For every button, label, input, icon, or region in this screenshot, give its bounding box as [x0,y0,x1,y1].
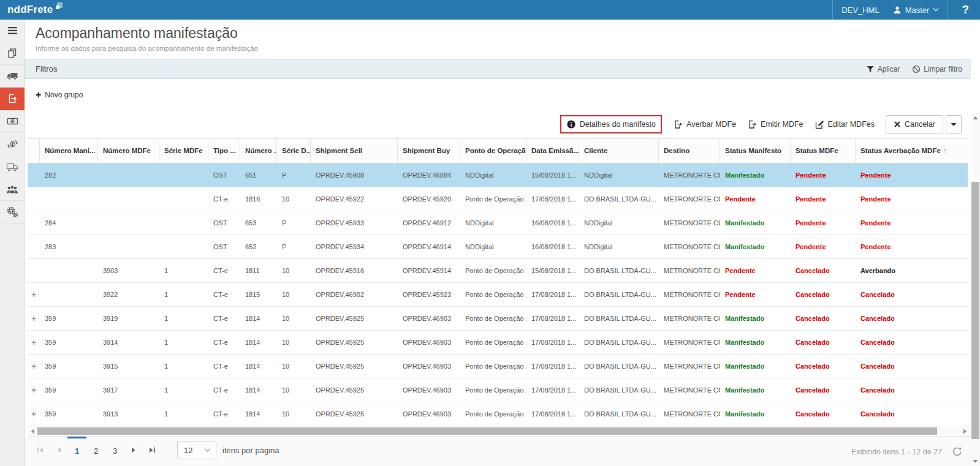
table-cell: Manifestado [720,402,791,426]
emitir-mdfe-button[interactable]: Emitir MDFe [747,119,803,129]
scroll-right-arrow[interactable] [960,426,970,436]
sort-ascending-icon: ↑ [943,139,947,163]
sidebar-item-documents[interactable] [0,42,25,65]
column-header[interactable]: Ponto de Operação [460,139,526,163]
table-row[interactable]: +35939171CT-e181410OPRDEV.45925OPRDEV.46… [28,378,968,402]
column-header[interactable]: Destino [659,139,720,163]
scroll-left-arrow[interactable] [28,426,37,436]
table-row[interactable]: +35939191CT-e181410OPRDEV.45925OPRDEV.46… [28,307,968,331]
table-cell: NDDigital [460,211,526,235]
sidebar-item-payments[interactable] [0,110,25,133]
page-number-1[interactable]: 1 [67,437,86,464]
table-row[interactable]: 282OST651POPRDEV.45908OPRDEV.46884NDDigi… [28,163,968,187]
table-row[interactable]: 284OST653POPRDEV.45933OPRDEV.46912NDDigi… [28,211,968,235]
vertical-scroll-thumb[interactable] [971,182,979,439]
cancelar-button[interactable]: Cancelar [886,115,943,133]
column-header[interactable]: Status Averbação MDFe↑ [856,139,968,163]
expand-row-button[interactable]: + [28,402,40,426]
horizontal-scrollbar[interactable] [28,426,971,437]
table-cell: 17/08/2018 1... [526,307,579,330]
expand-row-button[interactable]: + [28,307,40,330]
last-page-icon [149,447,156,453]
expand-row-button[interactable]: + [28,355,40,378]
apply-filter-button[interactable]: Aplicar [866,65,900,73]
table-row[interactable]: +39221CT-e181510OPRDEV.46902OPRDEV.45923… [28,283,968,307]
table-cell: 15/08/2018 1... [526,259,579,282]
grid-header: Número Mani...Número MDFeSérie MDFeTipo … [28,139,968,163]
sidebar-item-delivery[interactable] [0,156,25,178]
sidebar-item-manifestacao[interactable] [0,88,25,110]
clear-filter-button[interactable]: Limpar filtro [912,65,962,73]
column-header[interactable]: Número ... [240,139,277,163]
table-cell: Manifestado [720,331,791,354]
cancelar-dropdown-button[interactable] [946,115,962,133]
expand-row-button[interactable]: + [28,378,40,402]
table-row[interactable]: +35939151CT-e181410OPRDEV.45925OPRDEV.46… [28,355,968,378]
editar-mdfes-label: Editar MDFes [828,120,875,129]
scroll-up-arrow[interactable] [971,113,980,122]
table-cell: 10 [277,331,311,354]
table-cell: 17/08/2018 1... [526,355,579,378]
column-header-label: Status Averbação MDFe [860,139,941,163]
settings-icon [6,206,18,218]
sidebar-toggle-menu[interactable] [0,20,25,42]
table-cell: 17/08/2018 1... [526,283,579,306]
details-manifest-button[interactable]: Detalhes do manifesto [566,119,656,129]
table-row[interactable]: +35939131CT-e181410OPRDEV.45925OPRDEV.46… [28,402,968,426]
column-header[interactable]: Série D... [277,139,311,163]
copy-documents-icon [7,48,18,59]
scroll-down-arrow[interactable] [971,457,980,466]
emitir-mdfe-label: Emitir MDFe [761,120,803,129]
sidebar-item-users[interactable] [0,178,25,201]
refresh-button[interactable] [952,446,962,457]
column-header[interactable]: Status Manifesto [720,139,791,163]
table-cell: Ponto de Operação ... [460,331,526,354]
table-cell: OPRDEV.45914 [398,259,460,282]
sidebar-item-settings[interactable] [0,201,25,224]
column-header[interactable]: Número MDFe [98,139,159,163]
table-row[interactable]: 283OST652POPRDEV.45934OPRDEV.46914NDDigi… [28,235,968,259]
table-cell: Cancelado [856,307,968,330]
column-header[interactable]: Série MDFe [159,139,208,163]
column-header[interactable]: Número Mani... [40,139,98,163]
main-content: Acompanhamento manifestação Informe os d… [25,20,971,466]
column-header[interactable]: Cliente [579,139,659,163]
expand-row-button[interactable]: + [28,331,40,354]
next-page-button[interactable] [124,437,143,464]
user-menu[interactable]: Master [893,6,940,15]
help-button[interactable]: ? [957,3,974,17]
column-header-label: Data Emissã... [531,139,579,163]
table-cell: Ponto de Operação ... [460,283,526,306]
group-row: + Novo grupo [25,79,971,110]
vertical-scrollbar[interactable] [971,113,980,466]
prev-page-button[interactable] [49,437,67,464]
table-cell: 283 [40,235,98,258]
table-row[interactable]: CT-e181610OPRDEV.45922OPRDEV.45920Ponto … [28,187,968,211]
first-page-button[interactable] [31,437,49,464]
column-header[interactable]: Shipment Sell [311,139,398,163]
sidebar-item-financial[interactable] [0,133,25,156]
column-header[interactable]: Status MDFe [791,139,856,163]
table-cell: METRONORTE CO... [659,187,720,211]
money-icon [7,116,18,127]
page-number-2[interactable]: 2 [86,437,105,464]
table-cell: Averbando [856,259,968,282]
column-header-expander[interactable] [28,139,40,163]
table-cell: Manifestado [720,163,791,187]
averbar-mdfe-button[interactable]: Averbar MDFe [673,119,736,129]
app-logo[interactable]: nddFrete [7,4,63,16]
page-number-3[interactable]: 3 [105,437,124,464]
column-header[interactable]: Tipo ... [208,139,240,163]
last-page-button[interactable] [143,437,161,464]
page-size-select[interactable]: 12 [177,441,216,459]
table-row[interactable]: +35939141CT-e181410OPRDEV.45925OPRDEV.46… [28,331,968,355]
horizontal-scroll-thumb[interactable] [37,427,937,435]
column-header[interactable]: Data Emissã... [526,139,579,163]
new-group-button[interactable]: + Novo grupo [36,91,83,99]
column-header[interactable]: Shipment Buy [398,139,460,163]
table-row[interactable]: 39031CT-e181110OPRDEV.45916OPRDEV.45914P… [28,259,968,283]
sidebar-item-freight[interactable] [0,65,25,88]
editar-mdfes-button[interactable]: Editar MDFes [815,119,875,129]
table-cell: 10 [277,402,311,426]
expand-row-button[interactable]: + [28,283,40,306]
